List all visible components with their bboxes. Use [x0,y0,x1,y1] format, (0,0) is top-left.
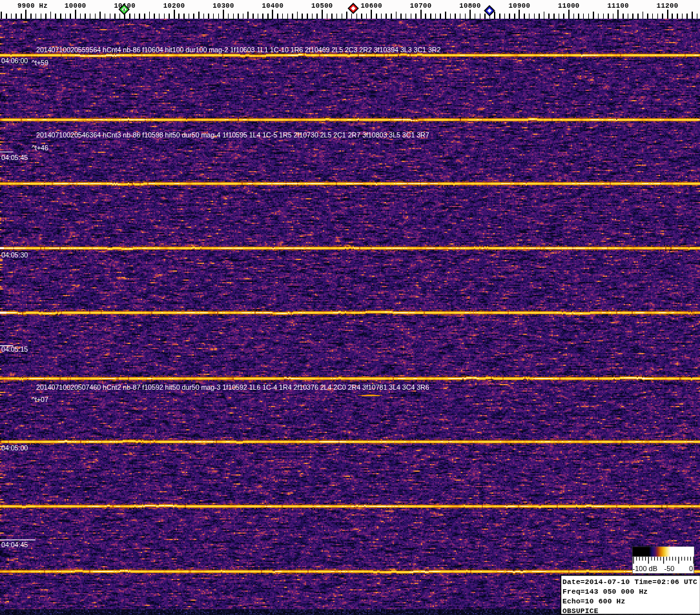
svg-text:20140710020559564 hCnt4 nb-86: 20140710020559564 hCnt4 nb-86 f10604 hit… [36,46,440,54]
svg-text:Echo=10 600 Hz: Echo=10 600 Hz [562,598,626,605]
svg-text:^t+59: ^t+59 [32,59,48,66]
svg-text:10600: 10600 [360,2,382,10]
svg-text:04:05:00: 04:05:00 [1,444,28,452]
svg-text:^t+07: ^t+07 [32,396,48,403]
svg-text:^t+46: ^t+46 [32,144,48,152]
svg-text:11100: 11100 [607,2,629,10]
svg-text:04:05:15: 04:05:15 [1,345,28,353]
svg-text:11000: 11000 [558,2,580,10]
svg-text:10200: 10200 [163,2,185,10]
svg-text:^: ^ [0,396,1,403]
svg-text:04:05:45: 04:05:45 [1,154,28,161]
svg-text:^: ^ [0,144,1,152]
svg-text:20140710020546364 hCnt3 nb-86: 20140710020546364 hCnt3 nb-86 f10598 hit… [36,131,429,139]
svg-text:Freq=143 050 000 Hz: Freq=143 050 000 Hz [562,588,648,596]
svg-text:-50: -50 [664,565,675,572]
svg-text:10400: 10400 [262,2,284,10]
svg-text:10300: 10300 [212,2,234,10]
svg-text:10700: 10700 [410,2,432,10]
svg-text:^: ^ [0,46,1,54]
svg-text:OBSUPICE: OBSUPICE [562,607,599,615]
svg-text:^: ^ [0,131,1,139]
svg-text:10900: 10900 [509,2,531,10]
svg-text:11200: 11200 [657,2,679,10]
svg-text:0: 0 [689,565,693,572]
svg-text:20140710020507460 hCnt2 nb-87: 20140710020507460 hCnt2 nb-87 f10592 hit… [36,383,429,391]
svg-text:9900 Hz: 9900 Hz [17,2,48,10]
svg-text:-100 dB: -100 dB [633,565,658,572]
svg-text:^: ^ [0,383,1,391]
svg-text:04:04:45: 04:04:45 [1,541,28,549]
svg-text:04:06:00: 04:06:00 [1,57,28,65]
svg-text:10000: 10000 [65,2,87,10]
svg-text:Date=2014-07-10 Time=02:06 UTC: Date=2014-07-10 Time=02:06 UTC [562,578,697,586]
svg-text:04:05:30: 04:05:30 [1,251,28,259]
svg-text:10500: 10500 [311,2,333,10]
svg-text:10800: 10800 [459,2,481,10]
